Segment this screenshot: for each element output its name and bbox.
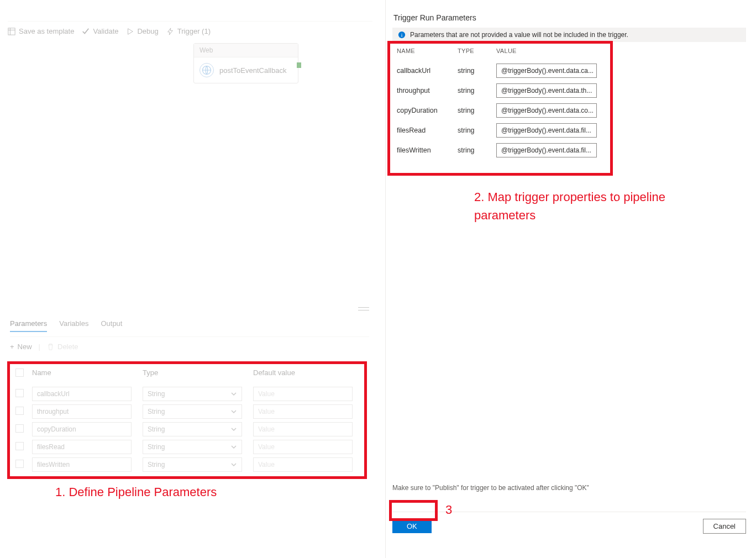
- lightning-icon: [166, 28, 174, 35]
- trg-value-input[interactable]: @triggerBody().event.data.fil...: [496, 123, 597, 138]
- row-checkbox[interactable]: [15, 407, 24, 415]
- col-default: Default value: [253, 369, 364, 378]
- row-checkbox[interactable]: [15, 442, 24, 450]
- trigger-param-row: filesWrittenstring@triggerBody().event.d…: [392, 140, 746, 160]
- param-name-input[interactable]: callbackUrl: [32, 387, 132, 401]
- row-checkbox[interactable]: [15, 424, 24, 433]
- trg-name: throughput: [397, 87, 458, 94]
- trg-name: filesRead: [397, 127, 458, 134]
- annotation-text-1: 1. Define Pipeline Parameters: [55, 485, 217, 499]
- save-as-template-button[interactable]: Save as template: [8, 27, 74, 35]
- chevron-down-icon: [230, 391, 237, 397]
- select-all-checkbox[interactable]: [15, 369, 24, 377]
- validate-button[interactable]: Validate: [82, 27, 118, 35]
- trg-col-value: VALUE: [496, 48, 742, 54]
- publish-hint: Make sure to "Publish" for trigger to be…: [392, 484, 589, 492]
- trg-name: callbackUrl: [397, 67, 458, 75]
- validate-label: Validate: [93, 27, 118, 35]
- param-type-select[interactable]: String: [143, 457, 242, 472]
- param-default-input[interactable]: Value: [253, 457, 353, 472]
- row-checkbox[interactable]: [15, 460, 24, 468]
- check-icon: [82, 28, 90, 35]
- chevron-down-icon: [230, 408, 237, 415]
- trg-value-input[interactable]: @triggerBody().event.data.th...: [496, 83, 597, 98]
- trg-value-input[interactable]: @triggerBody().event.data.fil...: [496, 143, 597, 157]
- trg-col-name: NAME: [397, 48, 458, 54]
- bottom-tabs: Parameters Variables Output: [10, 319, 369, 337]
- col-type: Type: [143, 369, 253, 378]
- trigger-param-row: throughputstring@triggerBody().event.dat…: [392, 81, 746, 101]
- globe-icon: [200, 63, 214, 77]
- param-type-select[interactable]: String: [143, 422, 242, 436]
- param-name-input[interactable]: copyDuration: [32, 422, 132, 436]
- info-icon: i: [398, 31, 406, 39]
- col-name: Name: [32, 369, 143, 378]
- trg-value-input[interactable]: @triggerBody().event.data.co...: [496, 103, 597, 118]
- tab-parameters[interactable]: Parameters: [10, 319, 47, 332]
- param-default-input[interactable]: Value: [253, 404, 353, 419]
- designer-pane: Save as template Validate Debug Trigger …: [0, 0, 376, 558]
- param-row: filesReadStringValue: [13, 438, 365, 456]
- trigger-param-row: callbackUrlstring@triggerBody().event.da…: [392, 61, 746, 81]
- trg-type: string: [458, 146, 496, 154]
- param-type-select[interactable]: String: [143, 387, 242, 401]
- param-row: callbackUrlStringValue: [13, 385, 365, 403]
- trg-col-type: TYPE: [458, 48, 496, 54]
- param-name-input[interactable]: throughput: [32, 404, 132, 419]
- tab-variables[interactable]: Variables: [59, 319, 88, 332]
- template-icon: [8, 28, 15, 35]
- trigger-params-table: NAME TYPE VALUE callbackUrlstring@trigge…: [392, 41, 746, 160]
- trg-type: string: [458, 127, 496, 134]
- pipeline-params-table: Name Type Default value callbackUrlStrin…: [13, 363, 365, 473]
- ok-button[interactable]: OK: [392, 519, 432, 533]
- row-checkbox[interactable]: [15, 389, 24, 397]
- trigger-param-row: copyDurationstring@triggerBody().event.d…: [392, 101, 746, 120]
- info-text: Parameters that are not provided a value…: [410, 31, 628, 39]
- play-icon: [126, 28, 134, 35]
- param-default-input[interactable]: Value: [253, 422, 353, 436]
- save-as-template-label: Save as template: [19, 27, 74, 35]
- param-row: copyDurationStringValue: [13, 420, 365, 438]
- activity-name: postToEventCallback: [219, 66, 286, 75]
- separator: |: [39, 343, 40, 351]
- activity-success-indicator: [297, 62, 301, 68]
- new-label: New: [18, 343, 32, 351]
- param-type-select[interactable]: String: [143, 404, 242, 419]
- param-name-input[interactable]: filesRead: [32, 440, 132, 454]
- params-subtoolbar: + New | Delete: [10, 343, 78, 351]
- annotation-text-3: 3: [445, 503, 452, 517]
- trg-value-input[interactable]: @triggerBody().event.data.ca...: [496, 64, 597, 78]
- param-row: filesWrittenStringValue: [13, 456, 365, 473]
- tab-output[interactable]: Output: [101, 319, 122, 332]
- trigger-params-panel: Trigger Run Parameters i Parameters that…: [385, 0, 756, 558]
- cancel-button[interactable]: Cancel: [703, 519, 746, 534]
- delete-label: Delete: [57, 343, 78, 351]
- new-param-button[interactable]: + New: [10, 343, 32, 351]
- delete-param-button[interactable]: Delete: [47, 343, 78, 351]
- svg-text:i: i: [401, 32, 402, 38]
- param-type-select[interactable]: String: [143, 440, 242, 454]
- pipeline-toolbar: Save as template Validate Debug Trigger …: [8, 21, 372, 35]
- chevron-down-icon: [230, 444, 237, 450]
- trash-icon: [47, 343, 54, 350]
- param-row: throughputStringValue: [13, 403, 365, 420]
- trg-type: string: [458, 67, 496, 75]
- trigger-param-row: filesReadstring@triggerBody().event.data…: [392, 120, 746, 140]
- chevron-down-icon: [230, 461, 237, 468]
- trg-name: copyDuration: [397, 107, 458, 114]
- param-default-input[interactable]: Value: [253, 440, 353, 454]
- debug-label: Debug: [137, 27, 158, 35]
- web-activity-node[interactable]: Web postToEventCallback: [193, 43, 298, 83]
- trigger-button[interactable]: Trigger (1): [166, 27, 211, 35]
- debug-button[interactable]: Debug: [126, 27, 158, 35]
- param-default-input[interactable]: Value: [253, 387, 353, 401]
- splitter-handle[interactable]: [358, 307, 369, 310]
- plus-icon: +: [10, 343, 14, 351]
- annotation-text-2: 2. Map trigger properties to pipeline pa…: [474, 188, 679, 224]
- activity-type-label: Web: [194, 44, 298, 57]
- chevron-down-icon: [230, 426, 237, 433]
- trg-type: string: [458, 107, 496, 114]
- param-name-input[interactable]: filesWritten: [32, 457, 132, 472]
- info-bar: i Parameters that are not provided a val…: [392, 28, 746, 42]
- svg-rect-0: [8, 28, 15, 34]
